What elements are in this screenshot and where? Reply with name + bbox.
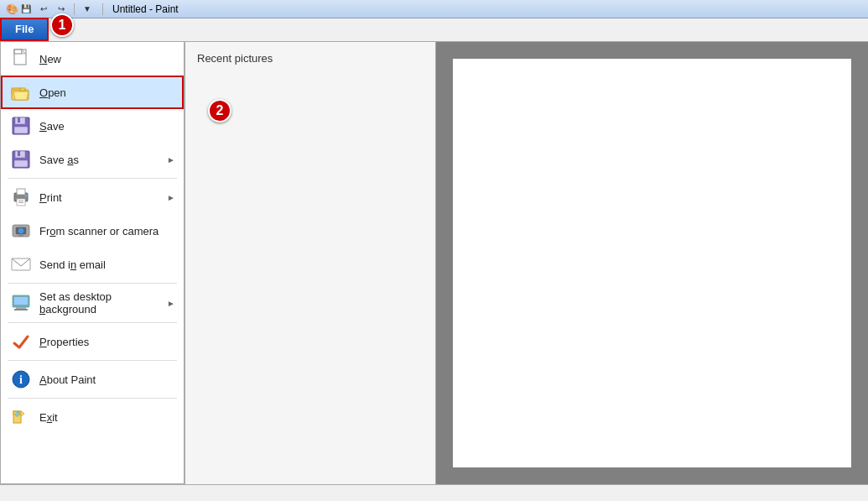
app-icon: 🎨 <box>5 3 18 16</box>
menu-item-save[interactable]: Save <box>1 109 184 143</box>
title-separator <box>102 3 103 15</box>
open-icon <box>9 81 33 104</box>
menu-item-exit[interactable]: Exit <box>1 400 184 434</box>
menu-item-about[interactable]: i About Paint <box>1 363 184 396</box>
menu-item-new[interactable]: New <box>1 42 184 76</box>
menu-item-open[interactable]: Open <box>1 76 184 109</box>
desktop-arrow: ► <box>167 299 175 308</box>
title-bar: 🎨 💾 ↩ ↪ ▼ Untitled - Paint <box>0 0 868 18</box>
menu-print-label: Print <box>39 191 164 204</box>
svg-rect-18 <box>18 201 23 201</box>
status-bar <box>0 484 868 501</box>
svg-rect-13 <box>18 151 20 156</box>
recent-panel-header: Recent pictures <box>185 42 435 71</box>
new-icon <box>9 47 33 70</box>
menu-save-label: Save <box>39 120 175 133</box>
svg-rect-36 <box>16 412 18 416</box>
svg-rect-1 <box>14 50 22 54</box>
menu-about-label: About Paint <box>39 373 175 386</box>
svg-rect-10 <box>14 127 28 133</box>
menu-exit-label: Exit <box>39 411 175 424</box>
menu-item-print[interactable]: Print ► <box>1 180 184 214</box>
print-icon <box>9 185 33 209</box>
recent-panel-title: Recent pictures <box>197 52 273 65</box>
divider-3 <box>8 322 177 323</box>
desktop-icon <box>9 291 33 315</box>
canvas-area <box>436 42 868 484</box>
menu-email-label: Send in email <box>39 258 175 271</box>
svg-marker-37 <box>21 411 24 416</box>
qa-separator <box>74 3 75 15</box>
svg-rect-29 <box>14 309 28 311</box>
menu-item-saveas[interactable]: Save as ► <box>1 143 184 176</box>
annotation-1: 1 <box>50 13 74 37</box>
svg-rect-25 <box>18 235 23 237</box>
svg-text:i: i <box>19 373 23 386</box>
properties-icon <box>9 330 33 353</box>
saveas-icon <box>9 148 33 171</box>
saveas-arrow: ► <box>167 155 175 164</box>
menu-saveas-label: Save as <box>39 154 164 166</box>
exit-icon <box>9 405 33 429</box>
menu-desktop-label: Set as desktop background <box>39 290 164 316</box>
annotation-2: 2 <box>208 99 231 123</box>
menu-new-label: New <box>39 53 175 65</box>
menu-item-desktop[interactable]: Set as desktop background ► <box>1 285 184 321</box>
divider-2 <box>8 283 177 284</box>
file-tab[interactable]: File <box>0 18 49 41</box>
save-icon <box>9 114 33 138</box>
menu-item-scanner[interactable]: From scanner or camera <box>1 214 184 248</box>
menu-scanner-label: From scanner or camera <box>39 225 175 237</box>
divider-4 <box>8 360 177 361</box>
svg-rect-16 <box>17 189 25 195</box>
email-icon <box>9 253 33 276</box>
scanner-icon <box>9 219 33 243</box>
file-menu: New Open <box>0 42 185 484</box>
recent-panel: Recent pictures 2 <box>185 42 436 484</box>
customize-qa-btn[interactable]: ▼ <box>80 2 95 17</box>
divider-5 <box>8 398 177 399</box>
menu-item-properties[interactable]: Properties <box>1 325 184 358</box>
print-arrow: ► <box>167 193 175 202</box>
svg-rect-9 <box>18 117 20 123</box>
menu-item-email[interactable]: Send in email <box>1 248 184 281</box>
about-icon: i <box>9 368 33 391</box>
ribbon-area: File 1 <box>0 18 868 42</box>
svg-rect-19 <box>18 202 23 203</box>
canvas-white <box>453 59 851 467</box>
undo-quick-btn[interactable]: ↩ <box>36 2 51 17</box>
divider-1 <box>8 178 177 179</box>
main-layout: New Open <box>0 42 868 484</box>
svg-rect-14 <box>14 160 28 167</box>
svg-point-20 <box>25 195 28 197</box>
menu-open-label: Open <box>39 86 175 99</box>
window-title: Untitled - Paint <box>112 3 179 15</box>
save-quick-btn[interactable]: 💾 <box>18 2 34 17</box>
svg-rect-5 <box>20 88 25 91</box>
svg-point-24 <box>20 230 23 232</box>
menu-properties-label: Properties <box>39 336 175 348</box>
svg-marker-6 <box>13 91 29 100</box>
svg-rect-30 <box>14 297 28 305</box>
